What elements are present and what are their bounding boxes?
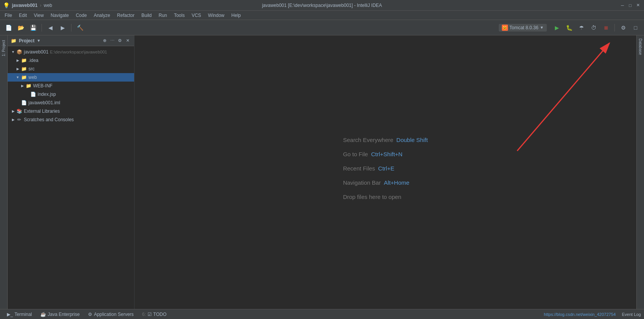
stop-button[interactable]: ⏹ [601,22,611,33]
project-tree: ▼ 📦 javaweb001 E:\dev\workspace\javaweb0… [8,46,134,309]
editor-area: Search Everywhere Double Shift Go to Fil… [134,35,636,309]
drop-files-hint: Drop files here to open [343,194,428,200]
coverage-button[interactable]: ☂ [576,22,587,33]
tree-arrow-scratches: ▶ [11,117,15,122]
iml-file-icon: 📄 [21,100,27,106]
csdn-link[interactable]: https://blog.csdn.net/weixin_42072754 [544,312,616,317]
java-enterprise-label: Java Enterprise [48,312,80,317]
src-folder-icon: 📁 [21,66,27,72]
web-folder-icon: 📁 [21,74,27,80]
menu-refactor[interactable]: Refactor [114,12,138,19]
web-inf-folder-icon: 📁 [25,83,32,89]
event-log-label[interactable]: Event Log [622,312,641,317]
menu-navigate[interactable]: Navigate [48,12,72,19]
menu-file[interactable]: File [2,12,15,19]
run-button[interactable]: ▶ [551,22,562,33]
branch-label: web [44,3,52,8]
toolbar-extra-2[interactable]: □ [630,22,641,33]
menu-window[interactable]: Window [205,12,227,19]
toolbar: 📄 📂 💾 ◀ ▶ 🔨 🐱 Tomcat 8.0.36 ▼ ▶ 🐛 ☂ ⏱ ⏹ … [0,20,644,35]
tree-arrow-external: ▶ [11,109,15,114]
toolbar-new-file-btn[interactable]: 📄 [3,22,14,33]
tree-item-scratches[interactable]: ▶ ✏ Scratches and Consoles [8,115,134,124]
panel-settings-btn[interactable]: ⚙ [116,37,123,44]
recent-files-label: Recent Files [343,165,375,172]
todo-label: TODO [153,312,166,317]
tree-label-iml: javaweb001.iml [28,100,60,105]
tree-item-external-libraries[interactable]: ▶ 📚 External Libraries [8,107,134,115]
window-controls: ─ □ ✕ [619,2,641,8]
tree-label-index-jsp: index.jsp [38,92,56,97]
application-servers-icon: ⚙ [88,312,92,317]
debug-button[interactable]: 🐛 [564,22,574,33]
toolbar-save-btn[interactable]: 💾 [28,22,38,33]
tree-item-iml[interactable]: 📄 javaweb001.iml [8,99,134,107]
tree-path-javaweb001: E:\dev\workspace\javaweb001 [50,50,107,54]
tree-arrow-iml [15,100,20,105]
tree-arrow-src: ▶ [15,67,20,71]
project-panel-header: 📁 Project ▼ ⊕ ⋯ ⚙ ✕ [8,35,134,46]
toolbar-forward-btn[interactable]: ▶ [57,22,68,33]
maximize-button[interactable]: □ [627,2,633,8]
menu-analyze[interactable]: Analyze [91,12,113,19]
tree-item-index-jsp[interactable]: 📄 index.jsp [8,90,134,99]
tree-item-src[interactable]: ▶ 📁 src [8,65,134,73]
database-sidebar-label[interactable]: Database [637,35,643,58]
profile-button[interactable]: ⏱ [588,22,599,33]
shortcut-navigation-bar: Navigation Bar Alt+Home [343,179,428,186]
search-everywhere-keys: Double Shift [397,137,428,143]
shortcut-goto-file: Go to File Ctrl+Shift+N [343,151,428,157]
shortcut-search-everywhere: Search Everywhere Double Shift [343,137,428,143]
panel-options-btn[interactable]: ⋯ [109,37,116,44]
menu-help[interactable]: Help [228,12,244,19]
menu-run[interactable]: Run [156,12,170,19]
red-arrow-annotation [475,35,629,159]
java-enterprise-icon: ☕ [40,312,46,317]
recent-files-keys: Ctrl+E [378,165,394,172]
tree-item-web[interactable]: ▼ 📁 web [8,73,134,82]
toolbar-build-btn[interactable]: 🔨 [75,22,85,33]
tree-item-javaweb001[interactable]: ▼ 📦 javaweb001 E:\dev\workspace\javaweb0… [8,48,134,56]
menu-edit[interactable]: Edit [16,12,30,19]
title-bar: 💡 javaweb001 › web javaweb001 [E:\dev\wo… [0,0,644,11]
close-button[interactable]: ✕ [635,2,641,8]
tab-java-enterprise[interactable]: ☕ Java Enterprise [37,311,83,318]
toolbar-open-btn[interactable]: 📂 [15,22,26,33]
run-config-selector[interactable]: 🐱 Tomcat 8.0.36 ▼ [499,24,547,32]
project-icon: 📁 [11,38,17,43]
application-servers-label: Application Servers [94,312,133,317]
menu-tools[interactable]: Tools [171,12,188,19]
tree-item-idea[interactable]: ▶ 📁 .idea [8,56,134,65]
toolbar-extra-1[interactable]: ⚙ [618,22,629,33]
goto-file-label: Go to File [343,151,368,157]
tree-arrow-index-jsp [25,92,29,97]
toolbar-back-btn[interactable]: ◀ [45,22,56,33]
svg-line-1 [517,43,609,151]
tree-arrow-javaweb001: ▼ [11,50,15,54]
goto-file-keys: Ctrl+Shift+N [371,151,403,157]
panel-close-btn[interactable]: ✕ [124,37,131,44]
window-title: javaweb001 [E:\dev\workspace\javaweb001]… [262,3,382,8]
project-panel: 📁 Project ▼ ⊕ ⋯ ⚙ ✕ ▼ 📦 javaweb001 E:\de… [8,35,134,309]
tree-arrow-web-inf: ▶ [20,84,25,88]
tab-todo[interactable]: 6: ☑ TODO [138,311,170,318]
menu-build[interactable]: Build [138,12,155,19]
panel-add-btn[interactable]: ⊕ [101,37,108,44]
tree-item-web-inf[interactable]: ▶ 📁 WEB-INF [8,82,134,90]
menu-view[interactable]: View [31,12,47,19]
tree-label-javaweb001: javaweb001 [24,49,48,55]
tab-application-servers[interactable]: ⚙ Application Servers [84,311,137,318]
tree-label-src: src [28,66,35,72]
sidebar-item-1-project[interactable]: 1: Project [1,38,7,58]
shortcut-recent-files: Recent Files Ctrl+E [343,165,428,172]
drop-files-label: Drop files here to open [343,194,402,200]
project-arrow[interactable]: ▼ [37,38,41,43]
navigation-bar-keys: Alt+Home [384,179,409,186]
bottom-bar: ▶_ Terminal ☕ Java Enterprise ⚙ Applicat… [0,309,644,319]
menu-vcs[interactable]: VCS [189,12,204,19]
project-panel-title: 📁 Project ▼ [11,38,41,43]
tab-terminal[interactable]: ▶_ Terminal [3,311,36,318]
todo-number: 6: [142,312,146,317]
minimize-button[interactable]: ─ [619,2,626,8]
menu-code[interactable]: Code [73,12,90,19]
